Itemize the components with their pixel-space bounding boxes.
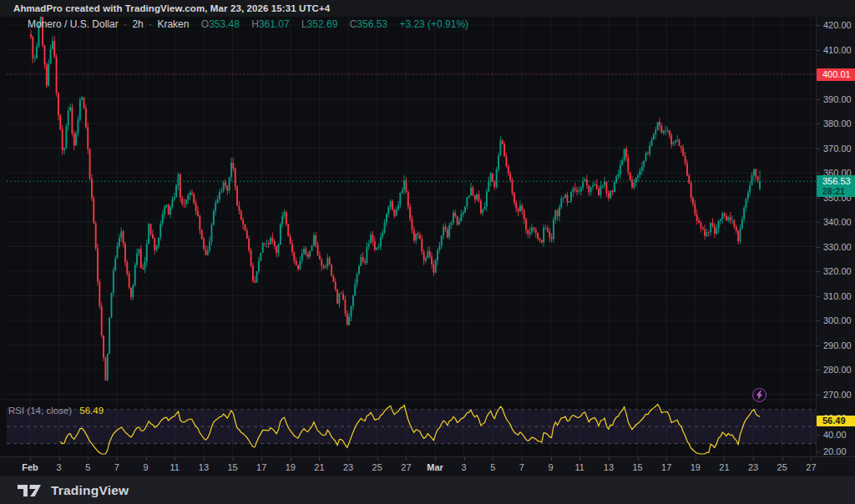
open-value: 353.48 (209, 18, 240, 30)
low-value: 352.69 (307, 18, 338, 30)
axis-time-label: Feb (22, 462, 38, 472)
axis-price-label: 340.00 (823, 217, 852, 227)
axis-time-label: 5 (85, 462, 90, 472)
axis-time-label: 5 (490, 462, 495, 472)
change-value: +3.23 (+0.91%) (399, 18, 468, 30)
axis-time-label: 17 (661, 462, 671, 472)
axis-time-label: 21 (314, 462, 324, 472)
attribution-bar: AhmadPro created with TradingView.com, M… (0, 0, 855, 17)
axis-price-label: 320.00 (823, 266, 852, 276)
axis-time-label: 27 (401, 462, 411, 472)
axis-time-label: 11 (169, 462, 179, 472)
axis-price-label: 330.00 (823, 242, 852, 252)
time-axis[interactable]: Feb3579111315171921232527Mar357911131517… (0, 456, 855, 477)
axis-time-label: 17 (256, 462, 266, 472)
boost-flash-icon[interactable] (752, 388, 766, 402)
axis-price-label: 370.00 (823, 144, 852, 154)
axis-time-label: 11 (574, 462, 584, 472)
high-value: 361.07 (259, 18, 290, 30)
axis-price-label: 310.00 (823, 291, 852, 301)
legend-separator: · (124, 18, 127, 30)
axis-time-label: 25 (372, 462, 382, 472)
axis-time-label: 13 (199, 462, 209, 472)
axis-time-label: 19 (286, 462, 296, 472)
axis-time-label: 7 (114, 462, 119, 472)
axis-price-label: 270.00 (823, 390, 852, 400)
axis-time-label: 3 (462, 462, 467, 472)
axis-price-label: 380.00 (823, 118, 852, 129)
rsi-value-badge: 56.49 (817, 416, 855, 426)
footer-bar: TradingView (0, 476, 855, 504)
axis-time-label: 3 (57, 462, 62, 472)
exchange-label: Kraken (157, 18, 189, 30)
axis-time-label: 25 (777, 462, 787, 472)
tradingview-logo-icon[interactable] (17, 483, 43, 498)
rsi-label[interactable]: RSI (14, close) (8, 406, 72, 416)
last-price-badge: 356.53 (817, 175, 855, 187)
axis-price-label: 390.00 (823, 94, 852, 104)
axis-time-label: 13 (604, 462, 614, 472)
axis-time-label: 27 (806, 462, 816, 472)
chart-legend[interactable]: Monero / U.S. Dollar · 2h · Kraken O353.… (28, 18, 471, 30)
axis-time-label: 9 (549, 462, 554, 472)
axis-time-label: 9 (144, 462, 149, 472)
interval-label[interactable]: 2h (132, 18, 143, 30)
axis-time-label: 21 (719, 462, 729, 472)
lightning-bolt-icon (756, 391, 763, 400)
rsi-value: 56.49 (79, 406, 104, 416)
legend-separator: · (149, 18, 152, 30)
axis-price-label: 420.00 (823, 20, 852, 30)
axis-time-label: 23 (748, 462, 758, 472)
axis-price-label: 280.00 (823, 365, 852, 375)
axis-time-label: 15 (632, 462, 642, 472)
high-letter: H (251, 18, 259, 30)
axis-time-label: 15 (227, 462, 237, 472)
axis-price-label: 40.00 (823, 430, 847, 440)
axis-price-label: 290.00 (823, 340, 852, 350)
axis-price-label: 410.00 (823, 45, 852, 55)
axis-time-label: 19 (691, 462, 701, 472)
attribution-text: AhmadPro created with TradingView.com, M… (13, 3, 330, 13)
axis-price-label: 20.00 (823, 446, 847, 456)
axis-price-label: 300.00 (823, 315, 852, 325)
rsi-indicator-legend[interactable]: RSI (14, close) 56.49 (8, 406, 104, 416)
tradingview-chart-window: AhmadPro created with TradingView.com, M… (0, 0, 855, 504)
price-axis[interactable]: 400.01 356.53 28:21 56.49 420.00410.0040… (816, 17, 855, 456)
symbol-title[interactable]: Monero / U.S. Dollar (28, 18, 119, 30)
open-letter: O (201, 18, 209, 30)
axis-time-label: 23 (343, 462, 353, 472)
bar-countdown-badge: 28:21 (817, 187, 855, 197)
price-alert-badge[interactable]: 400.01 (817, 68, 855, 81)
tradingview-brand-text[interactable]: TradingView (51, 483, 129, 498)
axis-time-label: 7 (519, 462, 524, 472)
close-value: 356.53 (357, 18, 387, 30)
low-letter: L (301, 18, 307, 30)
chart-canvas[interactable] (0, 0, 855, 504)
axis-time-label: Mar (427, 462, 443, 472)
